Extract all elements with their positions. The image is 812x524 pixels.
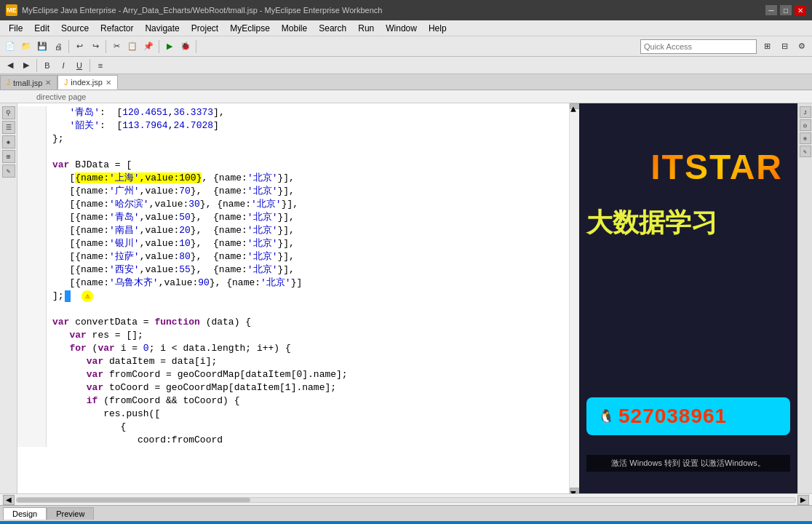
qq-number: 527038961 <box>618 405 727 428</box>
code-line-lhasa: [{name:'拉萨',value:80}, {name:'北京'}], <box>17 250 569 263</box>
sidebar-icon-1[interactable]: ⚲ <box>2 106 15 119</box>
code-line-respush: res.push([ <box>17 408 569 421</box>
tb2-sep-2 <box>89 59 90 72</box>
window-title: MyEclipse Java Enterprise - Arry_Data_Ec… <box>22 6 765 15</box>
debug-button[interactable]: 🐞 <box>178 39 193 54</box>
toolbar-sep-1 <box>68 40 69 53</box>
undo-button[interactable]: ↩ <box>72 39 87 54</box>
tab-index-jsp[interactable]: J index.jsp ✕ <box>57 75 117 90</box>
code-line-yinchuan: [{name:'银川',value:10}, {name:'北京'}], <box>17 237 569 250</box>
bottom-tabs: Design Preview <box>0 505 812 521</box>
scroll-left-btn[interactable]: ◀ <box>3 495 15 505</box>
right-icon-1[interactable]: J <box>800 106 811 118</box>
cut-button[interactable]: ✂ <box>109 39 124 54</box>
code-line-harbin: [{name:'哈尔滨',value:30}, {name:'北京'}], <box>17 198 569 211</box>
qq-icon: 🐧 <box>598 408 614 424</box>
itstar-logo: ITSTAR <box>650 147 783 187</box>
maximize-button[interactable]: □ <box>780 5 792 15</box>
right-icon-2[interactable]: ◎ <box>800 119 811 131</box>
menu-source[interactable]: Source <box>55 22 95 35</box>
code-line-qingdao: '青岛': [120.4651,36.3373], <box>17 106 569 119</box>
menu-edit[interactable]: Edit <box>28 22 55 35</box>
title-bar: ME MyEclipse Java Enterprise - Arry_Data… <box>0 0 812 20</box>
open-button[interactable]: 📁 <box>19 39 33 54</box>
tb2-btn-3[interactable]: B <box>40 58 55 73</box>
menu-mobile[interactable]: Mobile <box>276 22 313 35</box>
code-line-for: for (var i = 0; i < data.length; i++) { <box>17 342 569 355</box>
code-line-qingdao2: [{name:'青岛',value:50}, {name:'北京'}], <box>17 211 569 224</box>
code-line-empty-1 <box>17 146 569 159</box>
copy-button[interactable]: 📋 <box>125 39 140 54</box>
code-line-convertdata: var convertData = function (data) { <box>17 316 569 329</box>
quick-access-input[interactable] <box>640 39 757 54</box>
secondary-toolbar: ◀ ▶ B I U ≡ <box>0 57 812 74</box>
toolbar-sep-2 <box>106 40 106 53</box>
code-editor[interactable]: ▲ ▼ '青岛': [120.4651,36.3373], '韶关': [113… <box>17 103 579 493</box>
menu-help[interactable]: Help <box>423 22 453 35</box>
qq-bubble: 🐧 527038961 <box>586 397 790 435</box>
right-icon-3[interactable]: ⊕ <box>800 132 811 144</box>
new-button[interactable]: 📄 <box>3 39 17 54</box>
run-button[interactable]: ▶ <box>162 39 177 54</box>
menu-run[interactable]: Run <box>352 22 380 35</box>
sidebar-icon-5[interactable]: ✎ <box>2 164 15 178</box>
print-button[interactable]: 🖨 <box>51 39 65 54</box>
tab-index-close[interactable]: ✕ <box>106 79 111 87</box>
h-scroll-track[interactable] <box>16 497 796 503</box>
sidebar-icon-3[interactable]: ◈ <box>2 135 15 148</box>
vertical-scrollbar[interactable]: ▲ ▼ <box>569 103 579 493</box>
code-line-guangzhou: [{name:'广州',value:70}, {name:'北京'}], <box>17 185 569 198</box>
tab-tmall-label: tmall.jsp <box>13 79 42 87</box>
code-line-res: var res = []; <box>17 329 569 342</box>
menu-file[interactable]: File <box>3 22 28 35</box>
code-line-shaoguan: '韶关': [113.7964,24.7028] <box>17 119 569 132</box>
right-panel: ITSTAR 大数据学习 🐧 527038961 激活 Windows 转到 设… <box>579 103 797 493</box>
main-toolbar: 📄 📁 💾 🖨 ↩ ↪ ✂ 📋 📌 ▶ 🐞 ⊞ ⊟ ⚙ <box>0 36 812 57</box>
tab-preview[interactable]: Preview <box>47 507 94 520</box>
menu-project[interactable]: Project <box>186 22 224 35</box>
right-icon-4[interactable]: ✎ <box>800 146 811 157</box>
toolbar-sep-3 <box>159 40 159 53</box>
main-area: ⚲ ☰ ◈ ⊞ ✎ ▲ ▼ '青岛': [120.4651,36.3373], … <box>0 103 812 493</box>
scroll-right-btn[interactable]: ▶ <box>797 495 809 505</box>
code-line-open-obj: { <box>17 421 569 434</box>
code-line-coord: coord:fromCoord <box>17 434 569 447</box>
tb2-btn-2[interactable]: ▶ <box>19 58 33 73</box>
window-controls[interactable]: ─ □ ✕ <box>765 5 806 15</box>
tab-tmall-close[interactable]: ✕ <box>45 79 51 87</box>
menu-bar: File Edit Source Refactor Navigate Proje… <box>0 20 812 36</box>
minimize-button[interactable]: ─ <box>765 5 777 15</box>
close-button[interactable]: ✕ <box>795 5 806 15</box>
menu-search[interactable]: Search <box>313 22 352 35</box>
left-sidebar: ⚲ ☰ ◈ ⊞ ✎ <box>0 103 17 493</box>
quick-access-icon-2[interactable]: ⊟ <box>777 39 792 54</box>
tab-tmall-jsp[interactable]: J tmall.jsp ✕ <box>0 75 57 90</box>
menu-window[interactable]: Window <box>380 22 423 35</box>
code-line-nanchang: [{name:'南昌',value:20}, {name:'北京'}], <box>17 224 569 237</box>
tab-design[interactable]: Design <box>3 507 47 520</box>
menu-myeclipse[interactable]: MyEclipse <box>224 22 276 35</box>
scroll-up-arrow[interactable]: ▲ <box>570 103 579 109</box>
save-button[interactable]: 💾 <box>35 39 49 54</box>
tab-jsp-icon-1: J <box>7 79 10 87</box>
sidebar-icon-2[interactable]: ☰ <box>2 121 15 134</box>
menu-navigate[interactable]: Navigate <box>139 22 185 35</box>
tb2-align-left[interactable]: ≡ <box>93 58 108 73</box>
tb2-btn-1[interactable]: ◀ <box>3 58 17 73</box>
right-icon-bar: J ◎ ⊕ ✎ <box>797 103 812 493</box>
paste-button[interactable]: 📌 <box>141 39 156 54</box>
scroll-down-arrow[interactable]: ▼ <box>570 488 579 493</box>
tab-jsp-icon-2: J <box>64 79 68 87</box>
status-bar: html/head/style/#text Writable Smart Ins… <box>0 521 812 524</box>
redo-button[interactable]: ↪ <box>88 39 103 54</box>
quick-access-icon-3[interactable]: ⚙ <box>795 39 809 54</box>
tb2-underline[interactable]: U <box>72 58 87 73</box>
windows-overlay: 激活 Windows 转到 设置 以激活Windows。 <box>586 455 790 472</box>
horizontal-scrollbar[interactable]: ◀ ▶ <box>0 493 812 505</box>
tb2-italic[interactable]: I <box>56 58 71 73</box>
quick-access-icon-1[interactable]: ⊞ <box>760 39 774 54</box>
code-line-if: if (fromCoord && toCoord) { <box>17 394 569 408</box>
sidebar-icon-4[interactable]: ⊞ <box>2 150 15 163</box>
menu-refactor[interactable]: Refactor <box>95 22 139 35</box>
editor-tabs: J tmall.jsp ✕ J index.jsp ✕ <box>0 74 812 90</box>
